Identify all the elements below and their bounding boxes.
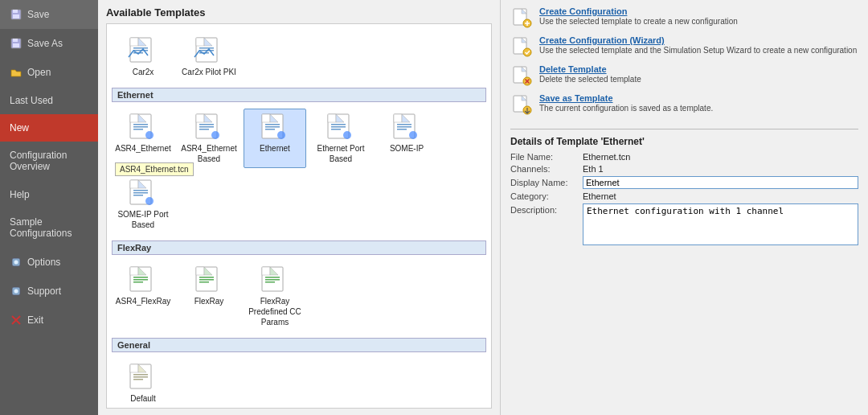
action-create-config-text: Create Configuration Use the selected te… <box>539 6 738 27</box>
svg-rect-60 <box>133 277 148 278</box>
svg-rect-50 <box>397 129 407 130</box>
main-content: Available Templates Car2x Car2x Pilot PK… <box>98 0 868 415</box>
templates-title: Available Templates <box>106 6 492 18</box>
svg-rect-47 <box>394 114 402 122</box>
action-save-as-template-title[interactable]: Save as Template <box>539 93 713 103</box>
svg-rect-5 <box>13 43 19 47</box>
sidebar-item-sample-configs[interactable]: Sample Configurations <box>0 208 98 248</box>
template-item-asr4-ethernet[interactable]: ASR4_Ethernet <box>112 109 174 168</box>
template-icon-flexray <box>193 265 225 294</box>
template-item-car2x[interactable]: Car2x <box>112 32 174 81</box>
template-label-car2x: Car2x <box>133 67 154 77</box>
template-item-some-ip-port-based[interactable]: SOME-IP Port Based <box>112 175 174 234</box>
sidebar-item-exit[interactable]: Exit <box>0 306 98 335</box>
template-icon-ethernet-port-based <box>325 113 357 142</box>
template-item-ethernet-port-based[interactable]: Ethernet Port Based <box>309 109 372 168</box>
section-label-ethernet: Ethernet <box>112 88 486 102</box>
detail-value-channels: Eth 1 <box>583 164 858 174</box>
sidebar-item-open[interactable]: Open <box>0 58 98 87</box>
sidebar-item-new[interactable]: New <box>0 114 98 142</box>
template-label-flexray-predefined: FlexRay Predefined CC Params <box>248 296 302 327</box>
detail-textarea-description[interactable]: Ethernet configuration with 1 channel <box>583 203 858 245</box>
details-panel: Details of Template 'Ethernet' File Name… <box>510 129 858 248</box>
svg-rect-66 <box>199 279 214 281</box>
sidebar-item-options[interactable]: Options <box>0 248 98 277</box>
open-icon <box>10 66 23 79</box>
svg-rect-76 <box>133 376 148 378</box>
svg-rect-49 <box>397 126 411 128</box>
template-icon-some-ip-port-based <box>127 179 159 208</box>
detail-label-display-name: Display Name: <box>510 178 583 187</box>
template-icon-default <box>127 363 159 392</box>
template-item-ethernet[interactable]: Ethernet <box>244 109 306 168</box>
svg-rect-37 <box>265 126 280 128</box>
sidebar-item-help[interactable]: Help <box>0 181 98 208</box>
svg-rect-44 <box>331 129 341 130</box>
svg-rect-77 <box>133 379 143 380</box>
svg-rect-26 <box>133 129 143 130</box>
detail-label-channels: Channels: <box>510 164 583 174</box>
detail-label-filename: File Name: <box>510 152 583 162</box>
support-icon <box>10 285 23 298</box>
svg-point-39 <box>277 131 285 139</box>
action-delete-template-desc: Delete the selected template <box>539 74 641 84</box>
template-item-default[interactable]: Default <box>112 359 174 408</box>
svg-rect-2 <box>13 14 19 18</box>
svg-rect-1 <box>13 10 18 13</box>
action-create-config-wizard-title[interactable]: Create Configuration (Wizard) <box>539 35 857 45</box>
svg-rect-42 <box>331 124 346 125</box>
svg-rect-30 <box>199 124 214 125</box>
svg-point-27 <box>145 131 154 139</box>
sidebar-item-save-as[interactable]: Save As <box>0 29 98 58</box>
svg-rect-69 <box>262 267 270 275</box>
template-label-some-ip: SOME-IP <box>390 143 424 154</box>
action-delete-template-title[interactable]: Delete Template <box>539 64 641 74</box>
sidebar-item-save[interactable]: Save <box>0 0 98 29</box>
sidebar-label-help: Help <box>10 189 30 200</box>
detail-row-filename: File Name: Ethernet.tcn <box>510 152 858 162</box>
sidebar-label-sample-configs: Sample Configurations <box>10 216 88 240</box>
svg-rect-61 <box>133 279 148 281</box>
svg-rect-55 <box>133 192 148 194</box>
detail-row-display-name: Display Name: <box>510 176 858 189</box>
template-item-flexray-predefined[interactable]: FlexRay Predefined CC Params <box>244 261 306 331</box>
detail-value-category: Ethernet <box>583 191 858 201</box>
svg-rect-29 <box>196 114 204 122</box>
action-create-config-title[interactable]: Create Configuration <box>539 6 738 16</box>
template-icon-asr4-ethernet <box>127 113 159 142</box>
action-create-config[interactable]: Create Configuration Use the selected te… <box>510 6 858 29</box>
sidebar-item-last-used[interactable]: Last Used <box>0 87 98 114</box>
sidebar-label-support: Support <box>27 286 61 297</box>
svg-rect-74 <box>130 364 138 372</box>
svg-rect-56 <box>133 195 143 196</box>
sidebar-item-support[interactable]: Support <box>0 277 98 306</box>
action-save-as-template[interactable]: Save as Template The current configurati… <box>510 93 858 116</box>
sidebar-label-open: Open <box>27 67 51 78</box>
sidebar-label-save: Save <box>27 9 49 20</box>
template-label-car2x-pilot-pki: Car2x Pilot PKI <box>182 67 236 77</box>
template-grid-ethernet-row2: SOME-IP Port Based <box>112 171 486 237</box>
sidebar-label-save-as: Save As <box>27 38 63 49</box>
detail-input-display-name[interactable] <box>583 176 858 189</box>
svg-rect-31 <box>199 126 214 128</box>
svg-rect-64 <box>196 267 204 275</box>
action-create-config-wizard[interactable]: Create Configuration (Wizard) Use the se… <box>510 35 858 58</box>
svg-rect-4 <box>13 39 18 42</box>
sidebar-label-config-overview: Configuration Overview <box>10 150 88 173</box>
sidebar-item-config-overview[interactable]: Configuration Overview <box>0 142 98 181</box>
template-item-asr4-flexray[interactable]: ASR4_FlexRay <box>112 261 174 331</box>
svg-point-51 <box>409 131 417 139</box>
template-label-ethernet-port-based: Ethernet Port Based <box>313 143 368 164</box>
action-delete-template[interactable]: Delete Template Delete the selected temp… <box>510 64 858 87</box>
template-item-flexray[interactable]: FlexRay <box>178 261 240 331</box>
template-item-car2x-pilot-pki[interactable]: Car2x Pilot PKI <box>178 32 240 81</box>
svg-rect-72 <box>265 281 275 283</box>
svg-point-81 <box>523 48 531 56</box>
sidebar-label-options: Options <box>27 257 60 268</box>
template-item-asr4-ethernet-based[interactable]: ASR4_Ethernet Based <box>178 109 240 168</box>
template-grid-top: Car2x Car2x Pilot PKI <box>112 29 486 84</box>
template-label-flexray: FlexRay <box>194 296 224 306</box>
templates-scroll[interactable]: Car2x Car2x Pilot PKI Ethernet ASR4_Ethe… <box>106 23 492 409</box>
template-item-some-ip[interactable]: SOME-IP <box>375 109 438 168</box>
template-label-some-ip-port-based: SOME-IP Port Based <box>116 209 170 230</box>
